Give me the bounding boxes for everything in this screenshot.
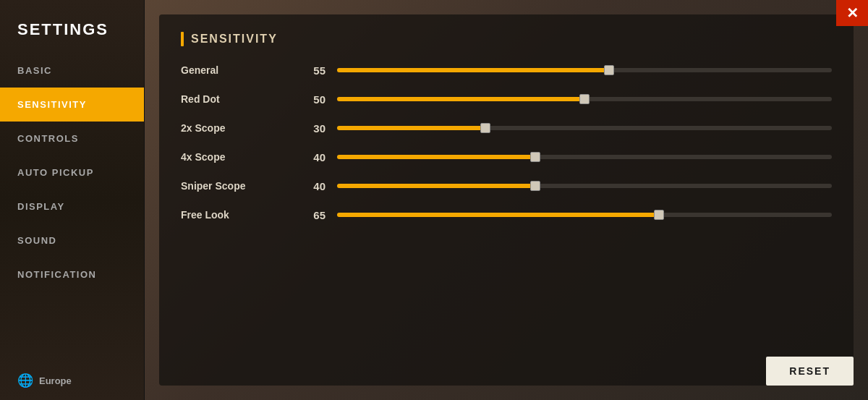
section-title-bar <box>181 32 184 46</box>
slider-track-4x-scope[interactable] <box>337 149 832 165</box>
settings-title: SETTINGS <box>0 7 144 54</box>
slider-fill-4x-scope <box>337 155 535 159</box>
slider-fill-red-dot <box>337 97 584 101</box>
slider-label-4x-scope: 4x Scope <box>181 151 297 163</box>
reset-button[interactable]: RESET <box>766 357 854 386</box>
slider-label-sniper-scope: Sniper Scope <box>181 180 297 192</box>
slider-value-red-dot: 50 <box>297 93 326 106</box>
slider-thumb-2x-scope[interactable] <box>480 123 490 133</box>
close-icon: ✕ <box>846 6 859 20</box>
slider-track-2x-scope[interactable] <box>337 120 832 136</box>
sidebar-item-auto-pickup[interactable]: AUTO PICKUP <box>0 156 144 190</box>
slider-value-4x-scope: 40 <box>297 151 326 163</box>
sidebar-item-sensitivity[interactable]: SENSITIVITY <box>0 88 144 122</box>
sidebar-footer: 🌐 Europe <box>0 361 144 400</box>
slider-fill-general <box>337 68 609 72</box>
sidebar: SETTINGS BASIC SENSITIVITY CONTROLS AUTO… <box>0 0 145 400</box>
slider-value-sniper-scope: 40 <box>297 180 326 192</box>
slider-track-red-dot[interactable] <box>337 91 832 107</box>
slider-fill-sniper-scope <box>337 184 535 188</box>
slider-value-free-look: 65 <box>297 209 326 221</box>
slider-row-free-look: Free Look 65 <box>181 207 832 223</box>
section-title: SENSITIVITY <box>181 32 832 46</box>
slider-fill-2x-scope <box>337 126 485 130</box>
slider-rows: General 55 Red Dot 50 <box>181 62 832 223</box>
slider-row-sniper-scope: Sniper Scope 40 <box>181 178 832 194</box>
main-content: ✕ SENSITIVITY General 55 Red Dot 50 <box>145 0 868 400</box>
slider-value-general: 55 <box>297 64 326 77</box>
globe-icon: 🌐 <box>17 373 33 388</box>
slider-row-red-dot: Red Dot 50 <box>181 91 832 107</box>
slider-thumb-red-dot[interactable] <box>579 94 590 104</box>
content-panel: SENSITIVITY General 55 Red Dot 50 <box>159 14 854 386</box>
slider-label-2x-scope: 2x Scope <box>181 122 297 134</box>
sidebar-item-sound[interactable]: SOUND <box>0 224 144 258</box>
slider-row-2x-scope: 2x Scope 30 <box>181 120 832 136</box>
slider-thumb-sniper-scope[interactable] <box>530 181 540 191</box>
slider-label-red-dot: Red Dot <box>181 93 297 105</box>
close-button[interactable]: ✕ <box>836 0 868 26</box>
slider-thumb-free-look[interactable] <box>654 210 664 220</box>
slider-label-free-look: Free Look <box>181 209 297 221</box>
slider-track-sniper-scope[interactable] <box>337 178 832 194</box>
sidebar-item-display[interactable]: DISPLAY <box>0 190 144 224</box>
slider-row-4x-scope: 4x Scope 40 <box>181 149 832 165</box>
slider-thumb-4x-scope[interactable] <box>530 152 540 162</box>
slider-row-general: General 55 <box>181 62 832 78</box>
section-title-text: SENSITIVITY <box>191 33 278 46</box>
slider-track-free-look[interactable] <box>337 207 832 223</box>
region-label: Europe <box>39 375 72 386</box>
sidebar-item-basic[interactable]: BASIC <box>0 54 144 88</box>
slider-fill-free-look <box>337 213 659 217</box>
reset-btn-container: RESET <box>766 357 854 386</box>
slider-label-general: General <box>181 64 297 76</box>
slider-thumb-general[interactable] <box>604 65 614 75</box>
sidebar-item-notification[interactable]: NOTIFICATION <box>0 258 144 292</box>
slider-value-2x-scope: 30 <box>297 122 326 135</box>
slider-track-general[interactable] <box>337 62 832 78</box>
sidebar-item-controls[interactable]: CONTROLS <box>0 122 144 156</box>
